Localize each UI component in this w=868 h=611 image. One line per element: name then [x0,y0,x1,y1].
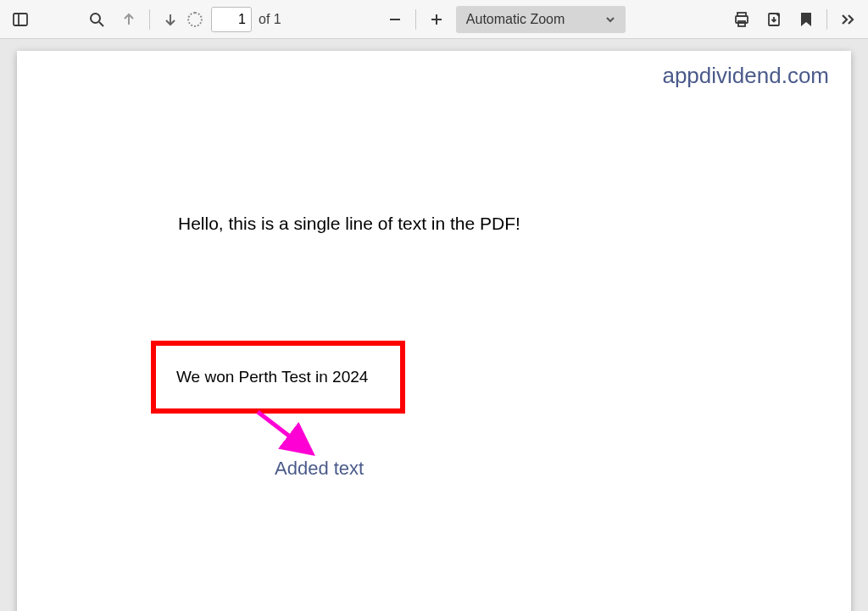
zoom-select[interactable]: Automatic Zoom [456,6,626,33]
chevron-double-right-icon [839,11,856,28]
bookmark-button[interactable] [791,4,821,35]
svg-rect-0 [14,14,27,25]
print-icon [733,11,750,28]
next-page-button[interactable] [155,4,186,35]
loading-icon [187,12,203,27]
minus-icon [387,12,403,27]
annotation-highlight-box: We won Perth Test in 2024 [151,341,405,414]
save-button[interactable] [759,4,789,35]
zoom-in-button[interactable] [421,4,452,35]
toggle-sidebar-button[interactable] [5,4,36,35]
download-icon [765,11,782,28]
watermark-text: appdividend.com [662,63,829,89]
arrow-down-icon [163,12,178,27]
svg-rect-9 [738,21,745,26]
separator [826,9,827,30]
pdf-page: appdividend.com Hello, this is a single … [17,51,851,611]
print-button[interactable] [726,4,757,35]
chevron-down-icon [605,14,615,25]
svg-line-12 [258,412,309,451]
tools-button[interactable] [832,4,863,35]
bookmark-icon [799,11,813,28]
zoom-out-button[interactable] [380,4,410,35]
pdf-text-line: Hello, this is a single line of text in … [178,214,520,234]
zoom-select-label: Automatic Zoom [466,12,565,27]
separator [415,9,416,30]
sidebar-icon [12,11,29,28]
svg-line-3 [99,22,103,26]
annotation-label: Added text [275,458,364,480]
annotation-arrow-icon [251,405,336,464]
page-total-label: of 1 [259,12,281,27]
highlighted-text: We won Perth Test in 2024 [176,368,368,386]
find-button[interactable] [81,4,112,35]
plus-icon [429,12,444,27]
page-number-input[interactable] [211,7,252,32]
pdf-viewer[interactable]: appdividend.com Hello, this is a single … [0,39,868,611]
separator [149,9,150,30]
svg-point-2 [91,14,100,23]
arrow-up-icon [121,12,136,27]
pdf-toolbar: of 1 Automatic Zoom [0,0,868,39]
search-icon [88,11,105,28]
page-indicator: of 1 [187,7,281,32]
previous-page-button[interactable] [114,4,144,35]
